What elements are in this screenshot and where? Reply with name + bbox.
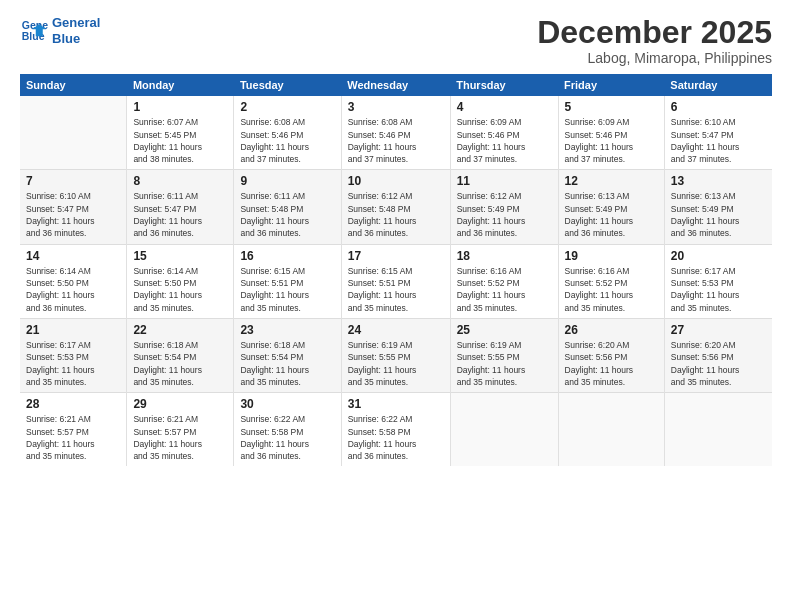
- week-row-5: 28Sunrise: 6:21 AMSunset: 5:57 PMDayligh…: [20, 393, 772, 467]
- day-cell: 29Sunrise: 6:21 AMSunset: 5:57 PMDayligh…: [127, 393, 234, 467]
- day-info: Sunrise: 6:15 AMSunset: 5:51 PMDaylight:…: [240, 265, 334, 314]
- day-number: 7: [26, 174, 120, 188]
- logo-text: General Blue: [52, 15, 100, 46]
- day-cell: [20, 96, 127, 170]
- day-info: Sunrise: 6:12 AMSunset: 5:49 PMDaylight:…: [457, 190, 552, 239]
- day-info: Sunrise: 6:18 AMSunset: 5:54 PMDaylight:…: [133, 339, 227, 388]
- column-header-friday: Friday: [558, 74, 664, 96]
- day-number: 26: [565, 323, 658, 337]
- day-cell: 21Sunrise: 6:17 AMSunset: 5:53 PMDayligh…: [20, 318, 127, 392]
- day-cell: 28Sunrise: 6:21 AMSunset: 5:57 PMDayligh…: [20, 393, 127, 467]
- day-info: Sunrise: 6:16 AMSunset: 5:52 PMDaylight:…: [457, 265, 552, 314]
- day-number: 21: [26, 323, 120, 337]
- day-info: Sunrise: 6:13 AMSunset: 5:49 PMDaylight:…: [671, 190, 766, 239]
- day-info: Sunrise: 6:22 AMSunset: 5:58 PMDaylight:…: [348, 413, 444, 462]
- day-cell: 10Sunrise: 6:12 AMSunset: 5:48 PMDayligh…: [341, 170, 450, 244]
- day-cell: 2Sunrise: 6:08 AMSunset: 5:46 PMDaylight…: [234, 96, 341, 170]
- day-info: Sunrise: 6:10 AMSunset: 5:47 PMDaylight:…: [26, 190, 120, 239]
- day-info: Sunrise: 6:20 AMSunset: 5:56 PMDaylight:…: [671, 339, 766, 388]
- day-number: 11: [457, 174, 552, 188]
- day-number: 22: [133, 323, 227, 337]
- day-cell: 20Sunrise: 6:17 AMSunset: 5:53 PMDayligh…: [664, 244, 772, 318]
- day-cell: 16Sunrise: 6:15 AMSunset: 5:51 PMDayligh…: [234, 244, 341, 318]
- subtitle: Labog, Mimaropa, Philippines: [537, 50, 772, 66]
- day-info: Sunrise: 6:22 AMSunset: 5:58 PMDaylight:…: [240, 413, 334, 462]
- day-number: 18: [457, 249, 552, 263]
- day-cell: 14Sunrise: 6:14 AMSunset: 5:50 PMDayligh…: [20, 244, 127, 318]
- day-cell: 4Sunrise: 6:09 AMSunset: 5:46 PMDaylight…: [450, 96, 558, 170]
- week-row-2: 7Sunrise: 6:10 AMSunset: 5:47 PMDaylight…: [20, 170, 772, 244]
- day-info: Sunrise: 6:09 AMSunset: 5:46 PMDaylight:…: [457, 116, 552, 165]
- day-cell: 5Sunrise: 6:09 AMSunset: 5:46 PMDaylight…: [558, 96, 664, 170]
- day-number: 31: [348, 397, 444, 411]
- logo: General Blue General Blue: [20, 15, 100, 46]
- day-number: 25: [457, 323, 552, 337]
- day-cell: [450, 393, 558, 467]
- column-header-tuesday: Tuesday: [234, 74, 341, 96]
- main-title: December 2025: [537, 15, 772, 50]
- week-row-3: 14Sunrise: 6:14 AMSunset: 5:50 PMDayligh…: [20, 244, 772, 318]
- day-info: Sunrise: 6:21 AMSunset: 5:57 PMDaylight:…: [26, 413, 120, 462]
- day-cell: 23Sunrise: 6:18 AMSunset: 5:54 PMDayligh…: [234, 318, 341, 392]
- day-info: Sunrise: 6:12 AMSunset: 5:48 PMDaylight:…: [348, 190, 444, 239]
- day-cell: 3Sunrise: 6:08 AMSunset: 5:46 PMDaylight…: [341, 96, 450, 170]
- day-number: 28: [26, 397, 120, 411]
- day-cell: 30Sunrise: 6:22 AMSunset: 5:58 PMDayligh…: [234, 393, 341, 467]
- day-info: Sunrise: 6:21 AMSunset: 5:57 PMDaylight:…: [133, 413, 227, 462]
- day-number: 27: [671, 323, 766, 337]
- day-cell: 15Sunrise: 6:14 AMSunset: 5:50 PMDayligh…: [127, 244, 234, 318]
- day-info: Sunrise: 6:11 AMSunset: 5:47 PMDaylight:…: [133, 190, 227, 239]
- day-number: 16: [240, 249, 334, 263]
- day-info: Sunrise: 6:18 AMSunset: 5:54 PMDaylight:…: [240, 339, 334, 388]
- day-info: Sunrise: 6:11 AMSunset: 5:48 PMDaylight:…: [240, 190, 334, 239]
- page: General Blue General Blue December 2025 …: [0, 0, 792, 612]
- day-cell: 24Sunrise: 6:19 AMSunset: 5:55 PMDayligh…: [341, 318, 450, 392]
- day-number: 24: [348, 323, 444, 337]
- day-cell: 11Sunrise: 6:12 AMSunset: 5:49 PMDayligh…: [450, 170, 558, 244]
- day-info: Sunrise: 6:19 AMSunset: 5:55 PMDaylight:…: [457, 339, 552, 388]
- calendar-table: SundayMondayTuesdayWednesdayThursdayFrid…: [20, 74, 772, 466]
- day-info: Sunrise: 6:17 AMSunset: 5:53 PMDaylight:…: [671, 265, 766, 314]
- header-row: SundayMondayTuesdayWednesdayThursdayFrid…: [20, 74, 772, 96]
- day-cell: 31Sunrise: 6:22 AMSunset: 5:58 PMDayligh…: [341, 393, 450, 467]
- day-number: 4: [457, 100, 552, 114]
- column-header-sunday: Sunday: [20, 74, 127, 96]
- column-header-monday: Monday: [127, 74, 234, 96]
- day-number: 20: [671, 249, 766, 263]
- day-cell: 6Sunrise: 6:10 AMSunset: 5:47 PMDaylight…: [664, 96, 772, 170]
- logo-icon: General Blue: [20, 17, 48, 45]
- day-cell: 27Sunrise: 6:20 AMSunset: 5:56 PMDayligh…: [664, 318, 772, 392]
- day-info: Sunrise: 6:17 AMSunset: 5:53 PMDaylight:…: [26, 339, 120, 388]
- day-cell: 7Sunrise: 6:10 AMSunset: 5:47 PMDaylight…: [20, 170, 127, 244]
- day-number: 5: [565, 100, 658, 114]
- day-info: Sunrise: 6:15 AMSunset: 5:51 PMDaylight:…: [348, 265, 444, 314]
- column-header-thursday: Thursday: [450, 74, 558, 96]
- day-number: 14: [26, 249, 120, 263]
- day-number: 3: [348, 100, 444, 114]
- day-info: Sunrise: 6:08 AMSunset: 5:46 PMDaylight:…: [240, 116, 334, 165]
- day-info: Sunrise: 6:14 AMSunset: 5:50 PMDaylight:…: [26, 265, 120, 314]
- day-info: Sunrise: 6:20 AMSunset: 5:56 PMDaylight:…: [565, 339, 658, 388]
- week-row-4: 21Sunrise: 6:17 AMSunset: 5:53 PMDayligh…: [20, 318, 772, 392]
- header: General Blue General Blue December 2025 …: [20, 15, 772, 66]
- day-number: 13: [671, 174, 766, 188]
- day-info: Sunrise: 6:08 AMSunset: 5:46 PMDaylight:…: [348, 116, 444, 165]
- day-cell: [558, 393, 664, 467]
- day-info: Sunrise: 6:14 AMSunset: 5:50 PMDaylight:…: [133, 265, 227, 314]
- day-number: 6: [671, 100, 766, 114]
- day-number: 29: [133, 397, 227, 411]
- column-header-wednesday: Wednesday: [341, 74, 450, 96]
- day-number: 15: [133, 249, 227, 263]
- day-cell: 1Sunrise: 6:07 AMSunset: 5:45 PMDaylight…: [127, 96, 234, 170]
- day-number: 2: [240, 100, 334, 114]
- day-number: 10: [348, 174, 444, 188]
- day-number: 30: [240, 397, 334, 411]
- day-cell: 9Sunrise: 6:11 AMSunset: 5:48 PMDaylight…: [234, 170, 341, 244]
- day-number: 19: [565, 249, 658, 263]
- day-cell: 26Sunrise: 6:20 AMSunset: 5:56 PMDayligh…: [558, 318, 664, 392]
- day-cell: 25Sunrise: 6:19 AMSunset: 5:55 PMDayligh…: [450, 318, 558, 392]
- day-info: Sunrise: 6:09 AMSunset: 5:46 PMDaylight:…: [565, 116, 658, 165]
- day-cell: 19Sunrise: 6:16 AMSunset: 5:52 PMDayligh…: [558, 244, 664, 318]
- day-info: Sunrise: 6:10 AMSunset: 5:47 PMDaylight:…: [671, 116, 766, 165]
- day-cell: 18Sunrise: 6:16 AMSunset: 5:52 PMDayligh…: [450, 244, 558, 318]
